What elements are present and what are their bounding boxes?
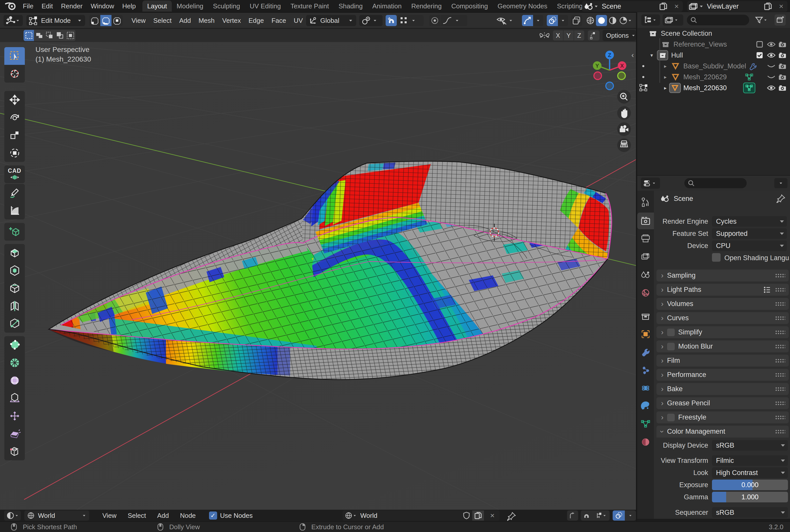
svg-text:Z: Z (608, 52, 611, 58)
svg-text:Y: Y (596, 62, 599, 69)
svg-text:X: X (620, 62, 624, 69)
